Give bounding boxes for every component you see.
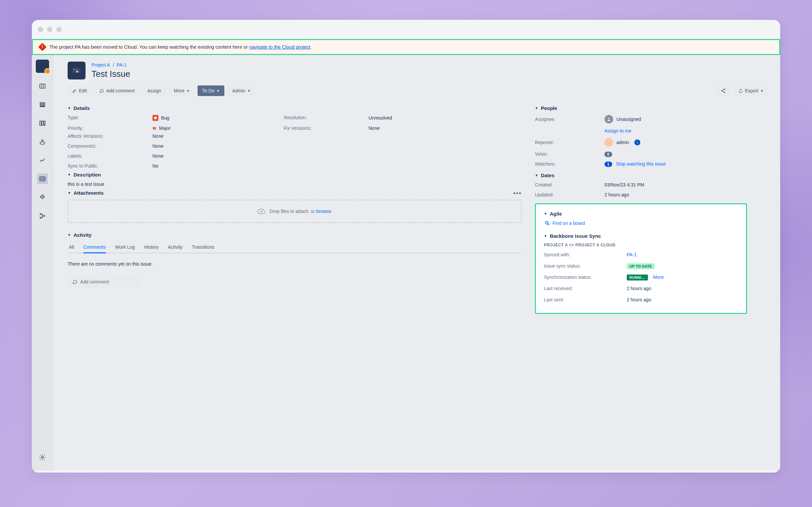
- svg-point-22: [724, 92, 725, 93]
- svg-point-20: [724, 89, 725, 90]
- updated-value: 2 hours ago: [605, 192, 747, 198]
- last-received-label: Last received:: [544, 286, 627, 291]
- reports-icon[interactable]: [37, 155, 48, 166]
- tab-worklog[interactable]: Work Log: [115, 242, 135, 253]
- agile-header[interactable]: ▼Agile: [544, 211, 738, 217]
- assignee-label: Assignee:: [535, 117, 605, 122]
- more-button[interactable]: More▼: [169, 86, 195, 96]
- chevron-down-icon: ▼: [248, 89, 251, 93]
- export-button[interactable]: Export▼: [734, 86, 768, 96]
- svg-rect-7: [42, 121, 43, 125]
- svg-rect-9: [40, 177, 45, 181]
- board-icon[interactable]: [37, 81, 48, 92]
- svg-line-23: [722, 90, 724, 91]
- watchers-label: Watchers:: [535, 161, 605, 167]
- browse-link[interactable]: browse: [316, 209, 331, 214]
- sync-status-badge: RUNNI…: [627, 275, 648, 280]
- browser-chrome: [32, 20, 780, 39]
- votes-label: Votes:: [535, 151, 605, 157]
- last-sent-value: 2 hours ago: [627, 297, 738, 302]
- assignee-value: Unassigned: [605, 115, 747, 123]
- updated-label: Updated:: [535, 192, 605, 198]
- assign-button[interactable]: Assign: [143, 86, 166, 96]
- affects-value: None: [152, 133, 522, 139]
- details-header[interactable]: ▼Details: [68, 105, 522, 111]
- people-header[interactable]: ▼People: [535, 105, 747, 111]
- window-controls: [38, 27, 62, 32]
- affects-label: Affects Version/s:: [68, 133, 147, 139]
- svg-point-14: [41, 456, 43, 458]
- description-header[interactable]: ▼Description: [68, 172, 522, 177]
- svg-point-16: [73, 69, 74, 70]
- navigate-cloud-link[interactable]: navigate to the Cloud project: [249, 44, 311, 50]
- dates-header[interactable]: ▼Dates: [535, 173, 747, 178]
- issues-icon[interactable]: [37, 173, 48, 184]
- settings-icon[interactable]: [37, 452, 48, 463]
- backlog-icon[interactable]: [37, 99, 48, 110]
- find-on-board-link[interactable]: Find on a board: [545, 221, 738, 226]
- comment-icon: [72, 279, 78, 284]
- priority-major-icon: ≋: [152, 125, 156, 131]
- attachment-dropzone[interactable]: Drop files to attach, or browse.: [68, 200, 522, 223]
- svg-point-21: [721, 91, 722, 92]
- sync-status-more-link[interactable]: More: [653, 275, 664, 280]
- svg-point-30: [546, 222, 548, 224]
- reporter-label: Reporter:: [535, 140, 605, 145]
- svg-rect-3: [40, 103, 45, 104]
- tab-history[interactable]: History: [144, 242, 159, 253]
- close-dot[interactable]: [38, 27, 43, 32]
- dropzone-text: Drop files to attach, or: [269, 209, 316, 214]
- zoom-dot[interactable]: [56, 27, 62, 32]
- backbone-header[interactable]: ▼Backbone Issue Sync: [544, 233, 738, 239]
- info-icon[interactable]: i: [635, 139, 640, 146]
- admin-button[interactable]: Admin▼: [228, 86, 256, 96]
- add-comment-button[interactable]: Add comment: [95, 86, 139, 96]
- last-sent-label: Last sent:: [544, 297, 627, 302]
- breadcrumb-project[interactable]: Project A: [92, 62, 110, 67]
- minimize-dot[interactable]: [47, 27, 52, 32]
- ship-icon[interactable]: [37, 136, 48, 147]
- svg-line-31: [548, 224, 549, 225]
- share-button[interactable]: [716, 86, 730, 96]
- project-avatar-icon[interactable]: [36, 60, 49, 73]
- chevron-down-icon: ▼: [535, 106, 538, 110]
- status-button[interactable]: To Do▼: [198, 86, 224, 96]
- attachments-header[interactable]: ▼Attachments: [68, 190, 522, 196]
- chevron-down-icon: ▼: [68, 191, 71, 195]
- tree-icon[interactable]: [37, 211, 48, 221]
- stop-watching-link[interactable]: Stop watching this issue: [616, 161, 666, 167]
- svg-rect-10: [41, 178, 44, 180]
- empty-comments: There are no comments yet on this issue.: [68, 261, 522, 267]
- svg-point-11: [40, 214, 41, 215]
- columns-icon[interactable]: [37, 118, 48, 128]
- svg-point-29: [609, 142, 609, 142]
- activity-header[interactable]: ▼Activity: [68, 232, 522, 238]
- watchers-count: 1: [605, 162, 612, 167]
- edit-button[interactable]: Edit: [68, 86, 92, 96]
- chevron-down-icon: ▼: [535, 173, 538, 177]
- add-comment-box[interactable]: Add comment: [68, 276, 141, 288]
- unassigned-avatar-icon: [605, 115, 613, 123]
- type-value: Bug: [152, 115, 278, 121]
- breadcrumb-issue-key[interactable]: PA-1: [117, 62, 126, 67]
- svg-point-28: [608, 142, 609, 142]
- tab-comments[interactable]: Comments: [84, 242, 106, 253]
- synced-with-link[interactable]: PA-1: [627, 252, 637, 257]
- chevron-down-icon: ▼: [68, 106, 71, 110]
- svg-point-25: [154, 117, 157, 119]
- bug-icon: [152, 115, 158, 121]
- attachments-more-icon[interactable]: •••: [513, 190, 522, 197]
- chevron-down-icon: ▼: [216, 89, 220, 93]
- addon-icon[interactable]: [37, 192, 48, 203]
- assign-to-me-link[interactable]: Assign to me: [605, 128, 631, 133]
- chevron-down-icon: ▼: [68, 233, 71, 237]
- svg-rect-4: [40, 104, 45, 106]
- svg-point-26: [608, 118, 609, 119]
- breadcrumb: Project A / PA-1 Test Issue: [68, 62, 768, 79]
- tab-all[interactable]: All: [69, 242, 74, 253]
- components-value: None: [152, 144, 522, 149]
- sync-public-label: Sync to Public:: [68, 163, 147, 169]
- tab-transitions[interactable]: Transitions: [192, 242, 214, 253]
- tab-activity[interactable]: Activity: [168, 242, 182, 253]
- breadcrumb-sep: /: [113, 62, 114, 67]
